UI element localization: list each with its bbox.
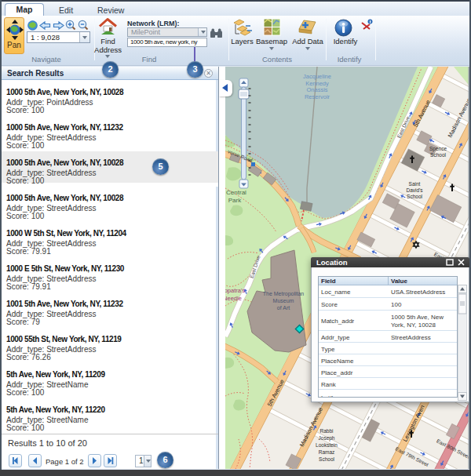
svg-text:Museum: Museum [273, 298, 294, 303]
svg-text:Needle: Needle [225, 295, 242, 302]
svg-text:Saint: Saint [409, 181, 421, 187]
svg-text:Rabbi: Rabbi [320, 428, 334, 434]
svg-text:of Art: of Art [277, 305, 290, 311]
svg-text:School: School [430, 152, 446, 158]
svg-text:The Metropolitan: The Metropolitan [263, 291, 305, 297]
svg-text:Joseph: Joseph [319, 435, 335, 441]
svg-text:School: School [319, 456, 334, 462]
svg-text:Central: Central [226, 189, 246, 196]
svg-text:David's: David's [406, 187, 423, 193]
svg-text:School: School [407, 194, 422, 199]
svg-text:Lookstein: Lookstein [316, 442, 338, 448]
svg-text:Reservoir: Reservoir [305, 93, 330, 100]
svg-text:Ramaz: Ramaz [319, 449, 335, 455]
svg-text:Park: Park [228, 197, 242, 204]
svg-text:Spence: Spence [429, 146, 447, 152]
svg-text:leopatra's: leopatra's [225, 287, 245, 294]
